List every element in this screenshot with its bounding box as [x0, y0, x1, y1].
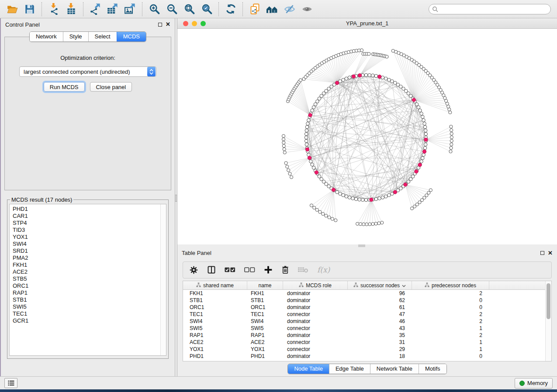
tab-style[interactable]: Style	[63, 32, 88, 41]
delete-column-button[interactable]	[281, 265, 289, 274]
cell-successor_nodes[interactable]: 61	[348, 304, 412, 310]
cell-predecessor_nodes[interactable]: 2	[412, 318, 489, 324]
refresh-layout-button[interactable]	[222, 2, 239, 17]
cell-successor_nodes[interactable]: 31	[348, 339, 412, 345]
cell-shared_name[interactable]: ORC1	[183, 304, 247, 310]
cell-name[interactable]: ORC1	[247, 304, 283, 310]
mcds-result-item[interactable]: SWI5	[13, 303, 166, 310]
tab-motifs[interactable]: Motifs	[419, 364, 446, 374]
mcds-result-item[interactable]: TID3	[13, 227, 166, 234]
select-all-columns-button[interactable]	[225, 267, 235, 273]
mcds-result-item[interactable]: ORC1	[13, 282, 166, 289]
mcds-result-item[interactable]: CAR1	[13, 213, 166, 220]
cell-successor_nodes[interactable]: 47	[348, 311, 412, 317]
cell-shared_name[interactable]: STB1	[183, 297, 247, 303]
export-image-button[interactable]	[121, 2, 139, 17]
network-graph[interactable]	[177, 29, 557, 244]
close-panel-icon[interactable]: ✕	[166, 22, 170, 27]
cell-shared_name[interactable]: TEC1	[183, 311, 247, 317]
cell-shared_name[interactable]: SWI4	[183, 318, 247, 324]
table-row[interactable]: SWI5SWI5connector431	[183, 325, 551, 332]
cell-shared_name[interactable]: YOX1	[183, 346, 247, 352]
table-row[interactable]: PHD1PHD1dominator180	[183, 353, 551, 360]
criterion-dropdown[interactable]: largest connected component (undirected)	[19, 66, 156, 77]
tab-network-table[interactable]: Network Table	[370, 364, 419, 374]
import-table-button[interactable]	[62, 2, 80, 17]
cell-mcds_role[interactable]: connector	[283, 325, 348, 331]
tab-select[interactable]: Select	[88, 32, 117, 41]
close-panel-icon[interactable]: ✕	[548, 251, 553, 255]
mcds-result-item[interactable]: SRD1	[13, 248, 166, 254]
cell-predecessor_nodes[interactable]: 1	[412, 325, 489, 331]
show-all-button[interactable]	[298, 2, 316, 17]
mcds-result-item[interactable]: FKH1	[13, 261, 166, 268]
cell-name[interactable]: SWI5	[247, 325, 283, 331]
search-input[interactable]	[429, 4, 551, 14]
cell-mcds_role[interactable]: dominator	[283, 290, 348, 296]
zoom-out-button[interactable]	[163, 2, 180, 17]
clone-network-button[interactable]	[246, 2, 263, 17]
hide-selected-button[interactable]	[281, 2, 298, 17]
table-row[interactable]: FKH1FKH1dominator962	[183, 290, 551, 297]
cell-successor_nodes[interactable]: 96	[348, 290, 412, 296]
cell-predecessor_nodes[interactable]: 1	[412, 346, 489, 352]
add-column-button[interactable]	[264, 265, 273, 274]
column-header-shared-name[interactable]: shared name	[183, 281, 247, 289]
mcds-result-item[interactable]: TEC1	[13, 310, 166, 317]
mcds-result-list[interactable]: PHD1CAR1STP4TID3YOX1SWI4SRD1PMA2FKH1ACE2…	[9, 204, 166, 356]
cell-successor_nodes[interactable]: 46	[348, 318, 412, 324]
zoom-fit-button[interactable]	[180, 2, 198, 17]
cell-name[interactable]: ACE2	[247, 339, 283, 345]
deselect-all-columns-button[interactable]	[244, 267, 255, 273]
cell-predecessor_nodes[interactable]: 1	[412, 339, 489, 345]
import-network-button[interactable]	[45, 2, 62, 17]
cell-mcds_role[interactable]: dominator	[283, 318, 348, 324]
cell-shared_name[interactable]: RAP1	[183, 332, 247, 338]
tab-network[interactable]: Network	[30, 32, 63, 41]
cell-predecessor_nodes[interactable]: 2	[412, 290, 489, 296]
close-panel-button[interactable]: Close panel	[90, 82, 132, 92]
cell-successor_nodes[interactable]: 18	[348, 353, 412, 359]
cell-predecessor_nodes[interactable]: 0	[412, 297, 489, 303]
cell-predecessor_nodes[interactable]: 2	[412, 311, 489, 317]
scrollbar-thumb[interactable]	[547, 283, 550, 319]
column-header-successor-nodes[interactable]: successor nodes	[348, 281, 412, 289]
table-row[interactable]: ACE2ACE2connector311	[183, 339, 551, 346]
toggle-column-button[interactable]	[207, 265, 216, 274]
float-panel-icon[interactable]	[540, 251, 544, 255]
table-row[interactable]: TEC1TEC1connector472	[183, 311, 551, 318]
cell-predecessor_nodes[interactable]: 0	[412, 353, 489, 359]
network-canvas[interactable]	[177, 29, 557, 244]
cell-mcds_role[interactable]: dominator	[283, 297, 348, 303]
cell-mcds_role[interactable]: dominator	[283, 304, 348, 310]
zoom-selected-button[interactable]	[198, 2, 215, 17]
cell-successor_nodes[interactable]: 35	[348, 332, 412, 338]
cell-predecessor_nodes[interactable]: 2	[412, 332, 489, 338]
table-row[interactable]: ORC1ORC1dominator610	[183, 304, 551, 311]
result-scrollbar[interactable]	[160, 204, 166, 355]
zoom-in-button[interactable]	[145, 2, 163, 17]
panels-menu-button[interactable]	[4, 378, 17, 388]
cell-successor_nodes[interactable]: 62	[348, 297, 412, 303]
cell-successor_nodes[interactable]: 29	[348, 346, 412, 352]
open-file-button[interactable]	[3, 2, 21, 17]
cell-name[interactable]: STB1	[247, 297, 283, 303]
cell-name[interactable]: FKH1	[247, 290, 283, 296]
cell-shared_name[interactable]: PHD1	[183, 353, 247, 359]
cell-name[interactable]: TEC1	[247, 311, 283, 317]
mcds-result-item[interactable]: RAP1	[13, 289, 166, 296]
run-mcds-button[interactable]: Run MCDS	[44, 82, 85, 92]
settings-gear-button[interactable]	[189, 265, 198, 275]
table-row[interactable]: SWI4SWI4dominator462	[183, 318, 551, 325]
cell-successor_nodes[interactable]: 43	[348, 325, 412, 331]
mcds-result-item[interactable]: PHD1	[13, 206, 166, 213]
table-scrollbar[interactable]	[545, 281, 551, 361]
mcds-result-item[interactable]: STB1	[13, 296, 166, 303]
cell-mcds_role[interactable]: connector	[283, 346, 348, 352]
table-row[interactable]: STB1STB1dominator620	[183, 297, 551, 304]
tab-edge-table[interactable]: Edge Table	[329, 364, 370, 374]
cell-name[interactable]: YOX1	[247, 346, 283, 352]
table-row[interactable]: YOX1YOX1connector291	[183, 346, 551, 353]
export-table-button[interactable]	[104, 2, 121, 17]
cell-mcds_role[interactable]: connector	[283, 311, 348, 317]
